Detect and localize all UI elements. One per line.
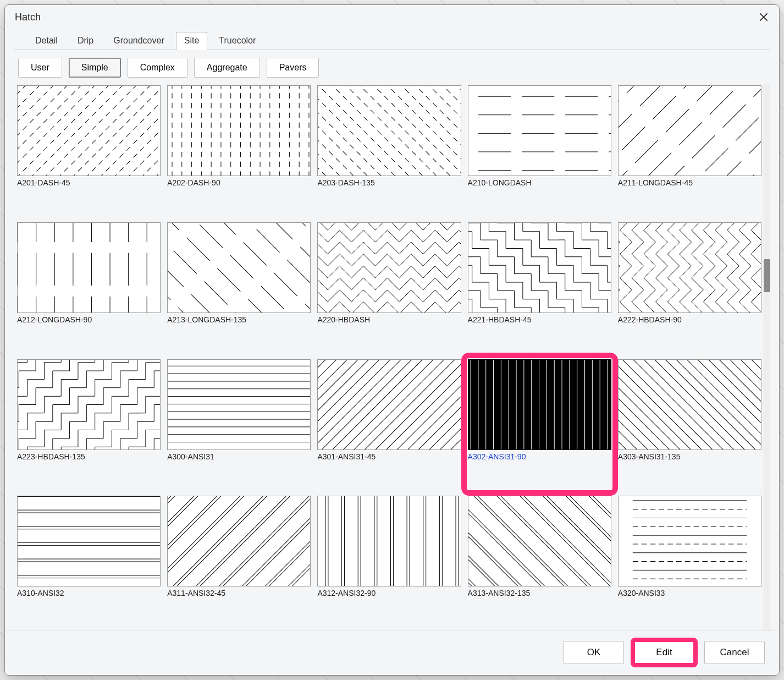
svg-line-2409 bbox=[120, 360, 137, 363]
pattern-a203-dash-135[interactable]: A203-DASH-135 bbox=[317, 85, 461, 216]
svg-line-375 bbox=[376, 223, 388, 230]
pattern-caption: A303-ANSI31-135 bbox=[618, 450, 761, 461]
cancel-button[interactable]: Cancel bbox=[704, 641, 765, 664]
pattern-a300-ansi31[interactable]: A300-ANSI31 bbox=[167, 359, 311, 490]
svg-line-424 bbox=[340, 242, 352, 254]
svg-line-1104 bbox=[539, 257, 556, 274]
filter-pavers[interactable]: Pavers bbox=[267, 58, 319, 78]
svg-line-1156 bbox=[522, 273, 539, 290]
svg-line-2382 bbox=[103, 360, 120, 363]
pattern-a320-ansi33[interactable]: A320-ANSI33 bbox=[618, 496, 761, 626]
tab-detail[interactable]: Detail bbox=[27, 32, 66, 50]
svg-line-122 bbox=[667, 108, 761, 176]
scrollbar-thumb[interactable] bbox=[764, 259, 770, 292]
filter-aggregate[interactable]: Aggregate bbox=[194, 58, 260, 78]
tab-drip[interactable]: Drip bbox=[69, 32, 102, 50]
svg-line-2951 bbox=[168, 496, 252, 555]
svg-line-154 bbox=[217, 223, 310, 290]
pattern-a201-dash-45[interactable]: A201-DASH-45 bbox=[17, 85, 161, 216]
pattern-a211-longdash-45[interactable]: A211-LONGDASH-45 bbox=[618, 85, 761, 216]
svg-line-1912 bbox=[620, 290, 632, 302]
svg-line-1229 bbox=[468, 257, 472, 274]
svg-line-1106 bbox=[556, 273, 573, 290]
pattern-a212-longdash-90[interactable]: A212-LONGDASH-90 bbox=[17, 222, 161, 353]
svg-line-2408 bbox=[112, 360, 129, 371]
svg-line-17 bbox=[18, 86, 160, 176]
scrollbar-track[interactable] bbox=[764, 84, 770, 630]
pattern-a222-hbdash-90[interactable]: A222-HBDASH-90 bbox=[618, 222, 761, 353]
pattern-a312-ansi32-90[interactable]: A312-ANSI32-90 bbox=[317, 496, 461, 626]
svg-line-2961 bbox=[168, 496, 310, 586]
close-button[interactable] bbox=[756, 9, 771, 25]
svg-line-1133 bbox=[556, 290, 573, 308]
pattern-a303-ansi31-135[interactable]: A303-ANSI31-135 bbox=[618, 359, 761, 490]
svg-line-145 bbox=[168, 223, 304, 312]
pattern-a313-ansi32-135[interactable]: A313-ANSI32-135 bbox=[468, 496, 611, 626]
svg-line-2327 bbox=[61, 360, 78, 371]
svg-line-477 bbox=[352, 266, 364, 278]
svg-line-2373 bbox=[27, 421, 45, 438]
svg-line-140 bbox=[168, 267, 239, 312]
pattern-grid[interactable]: A201-DASH-45A202-DASH-90A203-DASH-135A21… bbox=[14, 84, 761, 630]
svg-line-1729 bbox=[703, 278, 715, 290]
svg-line-1054 bbox=[573, 257, 590, 274]
svg-line-450 bbox=[340, 254, 352, 266]
svg-line-1677 bbox=[727, 278, 739, 290]
pattern-a223-hbdash-135[interactable]: A223-HBDASH-135 bbox=[17, 359, 161, 490]
svg-line-1077 bbox=[539, 240, 556, 257]
svg-line-504 bbox=[363, 278, 376, 290]
pattern-caption: A212-LONGDASH-90 bbox=[17, 313, 161, 324]
svg-line-977 bbox=[607, 240, 611, 257]
svg-line-1159 bbox=[548, 299, 565, 312]
svg-line-3043 bbox=[468, 496, 611, 586]
tab-groundcover[interactable]: Groundcover bbox=[105, 32, 173, 50]
svg-line-1910 bbox=[620, 266, 632, 278]
svg-line-2453 bbox=[70, 430, 87, 447]
pattern-a301-ansi31-45[interactable]: A301-ANSI31-45 bbox=[317, 359, 461, 490]
tab-site[interactable]: Site bbox=[176, 32, 208, 50]
svg-line-1257 bbox=[468, 282, 481, 299]
svg-line-1183 bbox=[522, 290, 539, 308]
pattern-a310-ansi32[interactable]: A310-ANSI32 bbox=[17, 496, 161, 626]
filter-user[interactable]: User bbox=[18, 58, 62, 78]
svg-line-1125 bbox=[489, 223, 506, 240]
svg-line-535 bbox=[423, 290, 435, 302]
pattern-a210-longdash[interactable]: A210-LONGDASH bbox=[468, 85, 611, 216]
svg-line-502 bbox=[340, 278, 352, 290]
svg-line-79 bbox=[318, 86, 460, 176]
svg-line-2534 bbox=[120, 430, 137, 447]
pattern-a311-ansi32-45[interactable]: A311-ANSI32-45 bbox=[167, 496, 311, 626]
svg-line-2482 bbox=[103, 413, 120, 430]
pattern-a302-ansi31-90[interactable]: A302-ANSI31-90 bbox=[468, 359, 611, 490]
svg-line-2559 bbox=[120, 447, 137, 449]
svg-line-2909 bbox=[678, 360, 761, 416]
svg-line-2512 bbox=[146, 387, 160, 404]
edit-button[interactable]: Edit bbox=[634, 641, 694, 664]
tab-truecolor[interactable]: Truecolor bbox=[211, 32, 264, 50]
svg-line-2562 bbox=[146, 421, 160, 438]
filter-complex[interactable]: Complex bbox=[128, 58, 187, 78]
svg-line-2973 bbox=[174, 496, 311, 586]
svg-line-1208 bbox=[506, 290, 523, 308]
svg-line-1698 bbox=[715, 223, 727, 230]
svg-line-1135 bbox=[573, 308, 590, 312]
svg-line-475 bbox=[328, 266, 340, 278]
svg-line-976 bbox=[599, 231, 611, 248]
svg-line-1155 bbox=[514, 265, 531, 282]
svg-line-1283 bbox=[468, 290, 472, 308]
ok-button[interactable]: OK bbox=[564, 641, 624, 664]
pattern-a220-hbdash[interactable]: A220-HBDASH bbox=[317, 222, 461, 353]
svg-line-2463 bbox=[154, 360, 160, 363]
pattern-a202-dash-90[interactable]: A202-DASH-90 bbox=[167, 85, 311, 216]
svg-line-113 bbox=[619, 86, 755, 176]
svg-line-2350 bbox=[44, 387, 61, 404]
svg-line-534 bbox=[411, 290, 423, 302]
pattern-a221-hbdash-45[interactable]: A221-HBDASH-45 bbox=[468, 222, 611, 353]
pattern-a213-longdash-135[interactable]: A213-LONGDASH-135 bbox=[167, 222, 311, 353]
filter-simple[interactable]: Simple bbox=[69, 58, 121, 78]
svg-line-72 bbox=[318, 86, 458, 176]
svg-line-2532 bbox=[103, 447, 120, 449]
svg-line-1855 bbox=[643, 230, 655, 242]
svg-line-454 bbox=[388, 254, 400, 266]
svg-line-1678 bbox=[727, 290, 739, 302]
